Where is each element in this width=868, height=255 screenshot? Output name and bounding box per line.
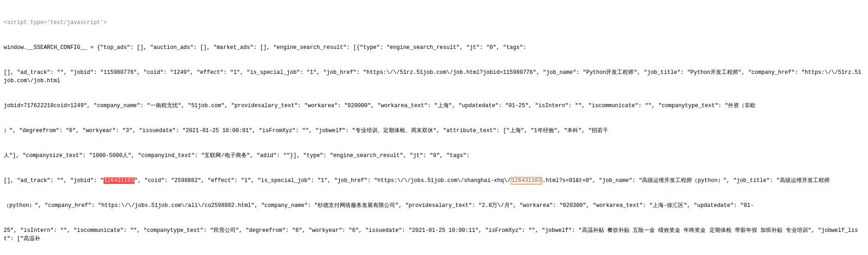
code-line-4: ）", "degreefrom": "6", "workyear": "3", … bbox=[4, 127, 864, 135]
code-line-5: 人"], "companysize_text": "1000-5000人", "… bbox=[4, 152, 864, 160]
code-viewer: <script type='text/javascript'> window._… bbox=[0, 0, 868, 255]
code-line-7: （python）", "company_href": "https:\/\/jo… bbox=[4, 201, 864, 210]
code-line-2: [], "ad_track": "", "jobid": "115980776"… bbox=[4, 68, 864, 85]
jobid-highlight-orange: 126431103 bbox=[511, 177, 543, 184]
code-line-3: jobid=717622218coid=1249", "company_name… bbox=[4, 102, 864, 110]
code-line-6: [], "ad_track": "", "jobid": "126431103"… bbox=[4, 176, 864, 185]
code-line-1: window.__SSEARCH_CONFIG__ = {"top_ads": … bbox=[4, 43, 864, 52]
code-line-8: 25", "isIntern": "", "iscommunicate": ""… bbox=[4, 226, 864, 243]
jobid-highlight-red: 126431103 bbox=[104, 177, 134, 184]
script-comment-line: <script type='text/javascript'> bbox=[4, 18, 864, 27]
